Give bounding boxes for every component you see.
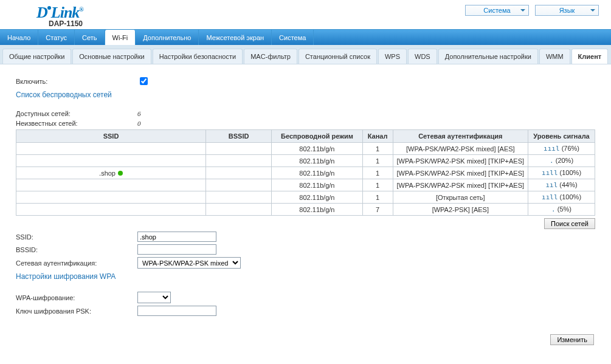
header: DLink® DAP-1150 Система Язык: [0, 0, 611, 29]
row-wpa-enc: WPA-шифрование:: [16, 292, 595, 303]
sub-tab[interactable]: MAC-фильтр: [244, 49, 297, 64]
wpa-enc-select[interactable]: [137, 292, 171, 303]
table-row[interactable]: 802.11b/g/n1[WPA-PSK/WPA2-PSK mixed] [AE…: [16, 143, 595, 155]
model-name: DAP-1150: [49, 19, 83, 28]
label-enable: Включить:: [16, 78, 137, 85]
row-available: Доступных сетей: 6: [16, 110, 595, 117]
main-tab-система[interactable]: Система: [272, 30, 314, 45]
signal-bars-icon: ııll: [542, 193, 558, 201]
main-tab-начало[interactable]: Начало: [0, 30, 38, 45]
apply-button[interactable]: Изменить: [550, 334, 594, 345]
sub-tab[interactable]: Настройки безопасности: [153, 49, 243, 64]
row-ssid: SSID:: [16, 232, 595, 242]
signal-percent: (5%): [557, 205, 571, 213]
language-dropdown-label: Язык: [559, 7, 575, 14]
enable-checkbox[interactable]: [140, 77, 148, 85]
main-tabs: НачалоСтатусСетьWi-FiДополнительноМежсет…: [0, 29, 611, 45]
label-unknown: Неизвестных сетей:: [16, 120, 137, 127]
main-tab-межсетевой экран[interactable]: Межсетевой экран: [199, 30, 272, 45]
main-tab-дополнительно[interactable]: Дополнительно: [136, 30, 199, 45]
connected-icon: [118, 171, 123, 176]
sub-tab[interactable]: Общие настройки: [2, 49, 71, 64]
table-row[interactable]: 802.11b/g/n1[WPA-PSK/WPA2-PSK mixed] [TK…: [16, 155, 595, 167]
psk-input[interactable]: [137, 306, 216, 316]
sub-tab[interactable]: WMM: [539, 49, 570, 64]
sub-tab[interactable]: WDS: [408, 49, 437, 64]
sub-tab[interactable]: Клиент: [571, 49, 609, 64]
th-signal: Уровень сигнала: [528, 130, 595, 143]
bssid-input[interactable]: [137, 244, 216, 255]
signal-percent: (44%): [559, 181, 577, 188]
signal-bars-icon: ııl: [545, 181, 557, 189]
th-ssid: SSID: [16, 130, 206, 143]
row-auth: Сетевая аутентификация: WPA-PSK/WPA2-PSK…: [16, 257, 595, 269]
table-row[interactable]: 802.11b/g/n1[WPA-PSK/WPA2-PSK mixed] [TK…: [16, 179, 595, 191]
th-mode: Беспроводной режим: [272, 130, 362, 143]
row-bssid: BSSID:: [16, 244, 595, 255]
signal-bars-icon: ııll: [542, 169, 558, 177]
signal-bars-icon: .: [550, 157, 554, 165]
top-selects: Система Язык: [465, 5, 599, 16]
section-list-title: Список беспроводных сетей: [16, 91, 595, 99]
search-networks-button[interactable]: Поиск сетей: [544, 218, 595, 229]
auth-select[interactable]: WPA-PSK/WPA2-PSK mixed: [137, 257, 241, 269]
ssid-text: .shop: [99, 170, 116, 177]
table-row[interactable]: 802.11b/g/n1[Открытая сеть]ııll (100%): [16, 191, 595, 204]
label-bssid: BSSID:: [16, 246, 137, 253]
network-table: SSID BSSID Беспроводной режим Канал Сете…: [16, 129, 595, 216]
sub-tabs: Общие настройкиОсновные настройкиНастрой…: [0, 45, 611, 64]
main-tab-wi-fi[interactable]: Wi-Fi: [105, 30, 136, 45]
sub-tab[interactable]: Основные настройки: [72, 49, 151, 64]
row-psk: Ключ шифрования PSK:: [16, 306, 595, 316]
row-enable: Включить:: [16, 75, 595, 87]
signal-bars-icon: .: [551, 205, 556, 213]
main-tab-статус[interactable]: Статус: [38, 30, 75, 45]
main-tab-сеть[interactable]: Сеть: [75, 30, 105, 45]
sub-tab[interactable]: Дополнительные настройки: [438, 49, 538, 64]
signal-percent: (100%): [560, 193, 581, 201]
label-available: Доступных сетей:: [16, 110, 137, 117]
system-dropdown-label: Система: [483, 7, 510, 14]
value-available: 6: [137, 110, 141, 117]
signal-percent: (20%): [556, 157, 573, 164]
signal-bars-icon: ıııl: [544, 145, 560, 153]
th-ch: Канал: [362, 130, 393, 143]
table-row[interactable]: 802.11b/g/n7[WPA2-PSK] [AES]. (5%): [16, 204, 595, 216]
brand-logo: DLink®: [36, 4, 83, 21]
label-auth: Сетевая аутентификация:: [16, 259, 137, 267]
label-wpa-enc: WPA-шифрование:: [16, 294, 137, 301]
content: Включить: Список беспроводных сетей Дост…: [0, 64, 611, 351]
logo: DLink® DAP-1150: [36, 4, 83, 28]
sub-tab[interactable]: WPS: [378, 49, 407, 64]
row-unknown: Неизвестных сетей: 0: [16, 120, 595, 127]
table-row[interactable]: .shop802.11b/g/n1[WPA-PSK/WPA2-PSK mixed…: [16, 167, 595, 179]
table-header-row: SSID BSSID Беспроводной режим Канал Сете…: [16, 130, 595, 143]
signal-percent: (76%): [562, 145, 579, 152]
th-bssid: BSSID: [206, 130, 272, 143]
system-dropdown[interactable]: Система: [465, 5, 529, 16]
signal-percent: (100%): [560, 169, 581, 176]
sub-tab[interactable]: Станционный список: [299, 49, 377, 64]
value-unknown: 0: [137, 120, 141, 127]
label-psk: Ключ шифрования PSK:: [16, 307, 137, 315]
label-ssid: SSID:: [16, 233, 137, 241]
ssid-input[interactable]: [137, 232, 216, 242]
language-dropdown[interactable]: Язык: [535, 5, 599, 16]
section-enc-title: Настройки шифрования WPA: [16, 272, 595, 281]
th-auth: Сетевая аутентификация: [393, 130, 528, 143]
